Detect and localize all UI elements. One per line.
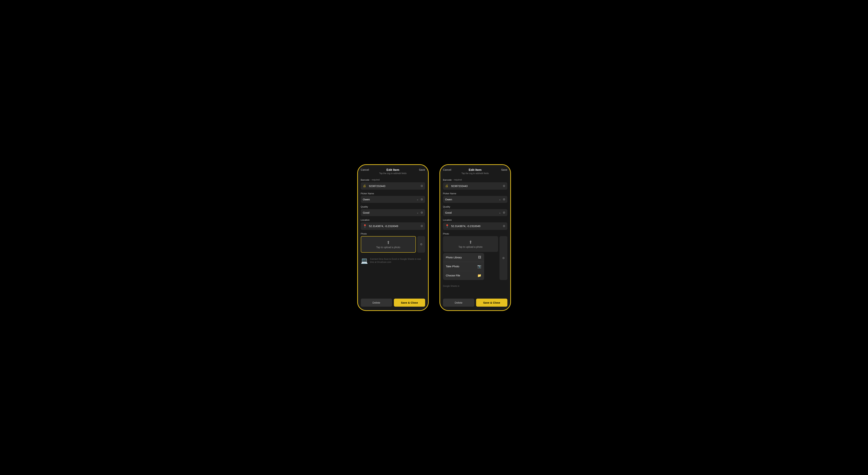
menu-item-take-photo[interactable]: Take Photo 📷 — [443, 262, 484, 271]
camera-icon: 📷 — [477, 264, 481, 268]
printer-icon: 🖨 — [363, 184, 367, 188]
right-photo-label: Photo — [443, 232, 507, 235]
right-barcode-group: Barcode - required 🖨 ⚙ — [443, 179, 507, 190]
right-photo-row: ⬆ Tap to upload a photo Photo Library 🖼 … — [443, 236, 507, 280]
left-photo-group: Photo ⬆ Tap to upload a photo ⚙ — [361, 232, 425, 253]
right-photo-upload-area[interactable]: ⬆ Tap to upload a photo — [443, 236, 498, 252]
left-quality-dropdown[interactable]: Good ⌄ ⚙ — [361, 209, 425, 216]
right-picker-gear-icon[interactable]: ⚙ — [503, 198, 505, 201]
right-barcode-row: 🖨 ⚙ — [443, 182, 507, 190]
right-picker-group: Picker Name Owen ⌄ ⚙ — [443, 192, 507, 203]
right-printer-icon: 🖨 — [445, 184, 450, 188]
menu-item-choose-file[interactable]: Choose File 📁 — [443, 271, 484, 280]
left-picker-label: Picker Name — [361, 192, 425, 195]
right-subtitle: Tap the cog to add/edit fields — [444, 172, 507, 175]
right-barcode-input[interactable] — [451, 184, 501, 187]
left-save-button[interactable]: Save — [419, 168, 425, 171]
right-quality-value: Good — [445, 211, 497, 214]
right-quality-dropdown[interactable]: Good ⌄ ⚙ — [443, 209, 507, 216]
left-barcode-required: - required — [370, 179, 379, 181]
left-cancel-button[interactable]: Cancel — [361, 168, 369, 171]
right-photo-group: Photo ⬆ Tap to upload a photo Photo Libr… — [443, 232, 507, 280]
left-photo-gear-icon[interactable]: ⚙ — [417, 236, 425, 253]
right-photo-upload-text: Tap to upload a photo — [458, 245, 483, 248]
left-subtitle: Tap the cog to add/edit fields — [362, 172, 425, 175]
phone-right: Cancel Edit Item Tap the cog to add/edit… — [439, 164, 511, 311]
phone-left: Cancel Edit Item Tap the cog to add/edit… — [357, 164, 429, 311]
right-quality-group: Quality Good ⌄ ⚙ — [443, 205, 507, 216]
right-picker-dropdown[interactable]: Owen ⌄ ⚙ — [443, 196, 507, 203]
right-quality-label: Quality — [443, 205, 507, 208]
left-picker-chevron-icon: ⌄ — [416, 198, 419, 201]
left-location-group: Location 📍 ⚙ — [361, 219, 425, 230]
right-delete-button[interactable]: Delete — [443, 299, 474, 307]
left-delete-button[interactable]: Delete — [361, 299, 392, 307]
left-quality-label: Quality — [361, 205, 425, 208]
menu-photo-library-label: Photo Library — [446, 256, 462, 259]
right-save-button[interactable]: Save — [501, 168, 507, 171]
right-location-pin-icon: 📍 — [445, 224, 450, 228]
left-barcode-gear-icon[interactable]: ⚙ — [421, 184, 423, 188]
right-picker-chevron-icon: ⌄ — [499, 198, 501, 201]
phones-container: Cancel Edit Item Tap the cog to add/edit… — [357, 164, 511, 311]
right-title: Edit Item — [444, 168, 507, 172]
right-photo-gear-icon[interactable]: ⚙ — [499, 236, 507, 280]
left-location-input[interactable] — [369, 225, 419, 228]
left-picker-gear-icon[interactable]: ⚙ — [421, 198, 423, 201]
right-location-group: Location 📍 ⚙ — [443, 219, 507, 230]
right-picker-value: Owen — [445, 198, 497, 201]
left-barcode-row: 🖨 ⚙ — [361, 182, 425, 190]
left-quality-gear-icon[interactable]: ⚙ — [421, 211, 423, 214]
left-location-gear-icon[interactable]: ⚙ — [421, 224, 423, 228]
right-save-close-button[interactable]: Save & Close — [476, 299, 507, 307]
left-picker-value: Owen — [363, 198, 415, 201]
right-location-label: Location — [443, 219, 507, 221]
right-header: Cancel Edit Item Tap the cog to add/edit… — [440, 165, 510, 176]
right-cancel-button[interactable]: Cancel — [443, 168, 452, 171]
left-photo-row: ⬆ Tap to upload a photo ⚙ — [361, 236, 425, 253]
left-title: Edit Item — [362, 168, 425, 172]
right-upload-cloud-icon: ⬆ — [469, 240, 472, 245]
menu-take-photo-label: Take Photo — [446, 265, 459, 268]
menu-choose-file-label: Choose File — [446, 274, 460, 277]
right-footer: Delete Save & Close — [440, 296, 510, 310]
right-quality-gear-icon[interactable]: ⚙ — [503, 211, 505, 214]
left-footer: Delete Save & Close — [358, 296, 428, 310]
left-picker-dropdown[interactable]: Owen ⌄ ⚙ — [361, 196, 425, 203]
left-location-row: 📍 ⚙ — [361, 222, 425, 230]
right-location-row: 📍 ⚙ — [443, 222, 507, 230]
right-location-gear-icon[interactable]: ⚙ — [503, 224, 505, 228]
left-photo-label: Photo — [361, 232, 425, 235]
left-barcode-input[interactable] — [369, 184, 419, 187]
right-picker-label: Picker Name — [443, 192, 507, 195]
left-promo-text: Connect Orca Scan to Excel or Google She… — [370, 258, 425, 264]
upload-cloud-icon: ⬆ — [386, 240, 390, 245]
left-header: Cancel Edit Item Tap the cog to add/edit… — [358, 165, 428, 176]
left-picker-group: Picker Name Owen ⌄ ⚙ — [361, 192, 425, 203]
folder-icon: 📁 — [477, 273, 481, 277]
right-promo-text: Google Sheets in — [443, 285, 460, 288]
right-barcode-required: - required — [453, 179, 462, 181]
menu-item-photo-library[interactable]: Photo Library 🖼 — [443, 253, 484, 262]
right-content: Barcode - required 🖨 ⚙ Picker Name Owen … — [440, 176, 510, 296]
left-barcode-label: Barcode - required — [361, 179, 425, 181]
right-quality-chevron-icon: ⌄ — [499, 211, 501, 214]
right-barcode-gear-icon[interactable]: ⚙ — [503, 184, 505, 188]
right-promo-box: Google Sheets in — [443, 283, 507, 290]
right-photo-inner: ⬆ Tap to upload a photo Photo Library 🖼 … — [443, 236, 498, 280]
photo-library-icon: 🖼 — [478, 256, 481, 259]
left-quality-group: Quality Good ⌄ ⚙ — [361, 205, 425, 216]
left-location-label: Location — [361, 219, 425, 221]
left-content: Barcode - required 🖨 ⚙ Picker Name Owen … — [358, 176, 428, 296]
left-promo-box: 💻 Connect Orca Scan to Excel or Google S… — [361, 255, 425, 266]
left-quality-chevron-icon: ⌄ — [416, 211, 419, 214]
left-photo-upload-area[interactable]: ⬆ Tap to upload a photo — [361, 236, 416, 253]
laptop-icon: 💻 — [361, 257, 368, 264]
right-barcode-label: Barcode - required — [443, 179, 507, 181]
right-location-input[interactable] — [451, 225, 501, 228]
left-save-close-button[interactable]: Save & Close — [394, 299, 425, 307]
photo-dropdown-menu: Photo Library 🖼 Take Photo 📷 Choose File… — [443, 253, 484, 280]
left-quality-value: Good — [363, 211, 415, 214]
location-pin-icon: 📍 — [363, 224, 367, 228]
left-barcode-group: Barcode - required 🖨 ⚙ — [361, 179, 425, 190]
